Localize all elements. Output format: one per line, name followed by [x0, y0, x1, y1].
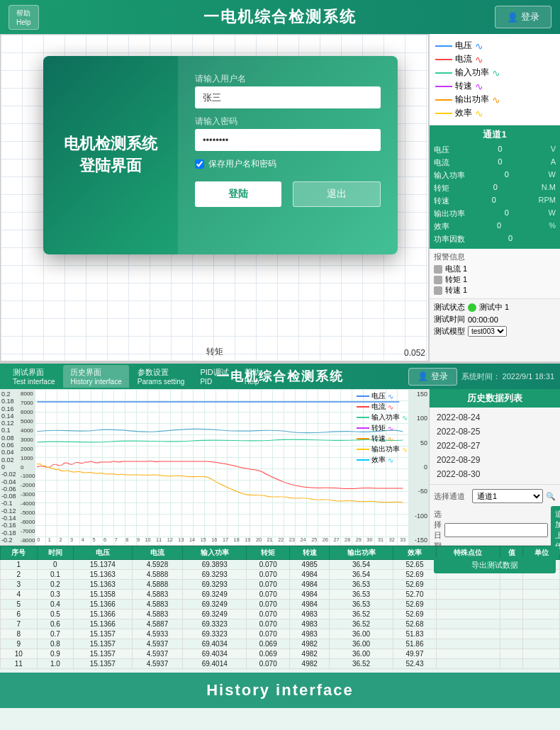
- test-state-section: 测试状态 测试中 1 测试时间 00:00:00 测试模型 test003: [430, 299, 560, 339]
- bottom-main: 0.2 0.18 0.16 0.14 0.12 0.1 0.08 0.06 0.…: [0, 389, 560, 545]
- help-button[interactable]: 帮助 Help: [9, 5, 39, 30]
- legend-item-speed: 转速 ∿: [435, 80, 554, 92]
- col-header-efficiency: 效率: [393, 546, 436, 560]
- svg-text:16: 16: [211, 537, 217, 543]
- test-model-select[interactable]: test003: [468, 326, 507, 337]
- history-date-1[interactable]: 2022-08-24: [432, 410, 557, 425]
- svg-text:24: 24: [300, 537, 306, 543]
- tab-history-interface[interactable]: 历史界面 History interface: [63, 365, 128, 388]
- history-date-2[interactable]: 2022-08-25: [432, 425, 557, 439]
- svg-text:25: 25: [311, 537, 317, 543]
- col-header-torque: 转矩: [247, 546, 290, 560]
- history-date-3[interactable]: 2022-08-27: [432, 439, 557, 453]
- dialog-title: 电机检测系统 登陆界面: [64, 133, 157, 177]
- svg-text:21: 21: [267, 537, 273, 543]
- col-header-voltage: 电压: [74, 546, 132, 560]
- svg-text:7: 7: [115, 537, 118, 543]
- table-row: 40.315.13584.588369.32490.070498436.5352…: [1, 590, 560, 600]
- legend-item-input-power: 输入功率 ∿: [435, 67, 554, 79]
- top-legend: 电压 ∿ 电流 ∿ 输入功率 ∿ 转速 ∿: [430, 34, 560, 125]
- history-date-5[interactable]: 2022-08-30: [432, 467, 557, 481]
- history-date-4[interactable]: 2022-08-29: [432, 453, 557, 467]
- history-interface-label: History interface: [206, 681, 354, 700]
- remember-checkbox[interactable]: [195, 159, 204, 169]
- svg-text:27: 27: [333, 537, 339, 543]
- select-channel-label: 选择通道: [434, 491, 469, 502]
- dialog-right: 请输入用户名 请输入密码 保存用户名和密码 登陆 退出: [178, 56, 398, 254]
- tab-params-setting[interactable]: 参数设置 Params setting: [130, 365, 192, 388]
- svg-text:6: 6: [103, 537, 106, 543]
- svg-text:1: 1: [48, 537, 51, 543]
- channel-row-current: 电流0A: [434, 157, 556, 169]
- bottom-section: 测试界面 Test interface 历史界面 History interfa…: [0, 361, 560, 730]
- sys-time: 系统时间： 2022/9/1 18:31: [461, 371, 554, 382]
- channel-panel: 通道1 电压0V 电流0A 输入功率0W 转矩0N.M 转速0RPM 输出功率0…: [430, 125, 560, 249]
- top-main: 转矩 0.052 电机检测系统 登陆界面 请输入用户名 请输入密码: [0, 34, 560, 361]
- channel-row-torque: 转矩0N.M: [434, 182, 556, 194]
- channel-select[interactable]: 通道1: [472, 489, 543, 503]
- svg-text:20: 20: [256, 537, 262, 543]
- svg-text:33: 33: [400, 537, 405, 543]
- svg-text:18: 18: [234, 537, 240, 543]
- username-input[interactable]: [195, 86, 381, 108]
- username-label: 请输入用户名: [195, 73, 381, 85]
- svg-text:23: 23: [289, 537, 295, 543]
- dialog-left: 电机检测系统 登陆界面: [43, 56, 178, 254]
- dialog-login-button[interactable]: 登陆: [195, 181, 281, 207]
- svg-text:28: 28: [345, 537, 350, 543]
- svg-text:13: 13: [178, 537, 184, 543]
- channel-row-rpm: 转速0RPM: [434, 195, 556, 207]
- channel-row-efficiency: 效率0%: [434, 220, 556, 232]
- table-row: 60.515.13664.588369.32490.070498336.5252…: [1, 610, 560, 619]
- top-chart-area: 转矩 0.052 电机检测系统 登陆界面 请输入用户名 请输入密码: [0, 34, 429, 361]
- svg-text:3: 3: [70, 537, 73, 543]
- channel-row-output-power: 输出功率0W: [434, 208, 556, 220]
- password-label: 请输入密码: [195, 116, 381, 128]
- table-row: 80.715.13574.593369.33230.070498336.0051…: [1, 629, 560, 639]
- svg-text:26: 26: [323, 537, 328, 543]
- channel-row-voltage: 电压0V: [434, 144, 556, 156]
- svg-text:14: 14: [189, 537, 195, 543]
- channel-search-icon[interactable]: 🔍: [546, 492, 556, 501]
- tab-test-interface[interactable]: 测试界面 Test interface: [6, 365, 62, 388]
- channel-row-input-power: 输入功率0W: [434, 169, 556, 181]
- svg-text:9: 9: [137, 537, 140, 543]
- history-panel-title: 历史数据列表: [430, 389, 560, 408]
- top-login-button[interactable]: 👤 登录: [495, 6, 551, 28]
- dialog-exit-button[interactable]: 退出: [293, 181, 381, 207]
- svg-text:5: 5: [92, 537, 95, 543]
- top-header-left: 帮助 Help: [9, 5, 39, 30]
- channel-title: 通道1: [434, 128, 556, 141]
- bottom-panel-controls: 选择通道 通道1 🔍 选择日期 追加上传 导出测试数据: [430, 484, 560, 580]
- col-header-special: 特殊点位: [437, 546, 500, 560]
- svg-text:8: 8: [125, 537, 128, 543]
- legend-item-voltage: 电压 ∿: [435, 40, 554, 52]
- table-row: 50.415.13664.588369.32490.070498436.5352…: [1, 600, 560, 610]
- select-date-label: 选择日期: [434, 509, 442, 551]
- col-header-index: 序号: [1, 546, 38, 560]
- bottom-right-panel: 历史数据列表 2022-08-24 2022-08-25 2022-08-27 …: [429, 389, 560, 545]
- top-section: 帮助 Help 一电机综合检测系统 👤 登录 转矩 0.052 电机检测系统 登…: [0, 0, 560, 361]
- legend-item-output-power: 输出功率 ∿: [435, 94, 554, 106]
- bottom-title: 一电机综合检测系统: [216, 368, 344, 385]
- svg-text:12: 12: [167, 537, 173, 543]
- table-row: 90.815.13574.593769.40340.069498236.0051…: [1, 639, 560, 649]
- value-label: 0.052: [404, 348, 425, 358]
- svg-text:19: 19: [245, 537, 250, 543]
- chart-legend-overlay: 电压 ∿ 电流 ∿ 输入功率 ∿ 转矩 ∿: [357, 391, 408, 466]
- table-row: 30.215.13634.588869.32930.070498436.5352…: [1, 580, 560, 590]
- svg-text:2: 2: [59, 537, 62, 543]
- history-label-bar: History interface: [0, 673, 560, 708]
- bottom-login-button[interactable]: 👤 登录: [408, 368, 457, 386]
- password-input[interactable]: [195, 129, 381, 151]
- select-channel-row: 选择通道 通道1 🔍: [434, 489, 556, 503]
- channel-row-power-factor: 功率因数0: [434, 233, 556, 245]
- col-header-value: 值: [500, 546, 522, 560]
- svg-text:32: 32: [389, 537, 395, 543]
- col-header-time: 时间: [37, 546, 74, 560]
- login-dialog: 电机检测系统 登陆界面 请输入用户名 请输入密码 保存用户: [43, 56, 398, 254]
- svg-text:11: 11: [156, 537, 162, 543]
- date-input[interactable]: [444, 523, 548, 537]
- remember-label: 保存用户名和密码: [208, 158, 276, 170]
- col-header-input-power: 输入功率: [183, 546, 247, 560]
